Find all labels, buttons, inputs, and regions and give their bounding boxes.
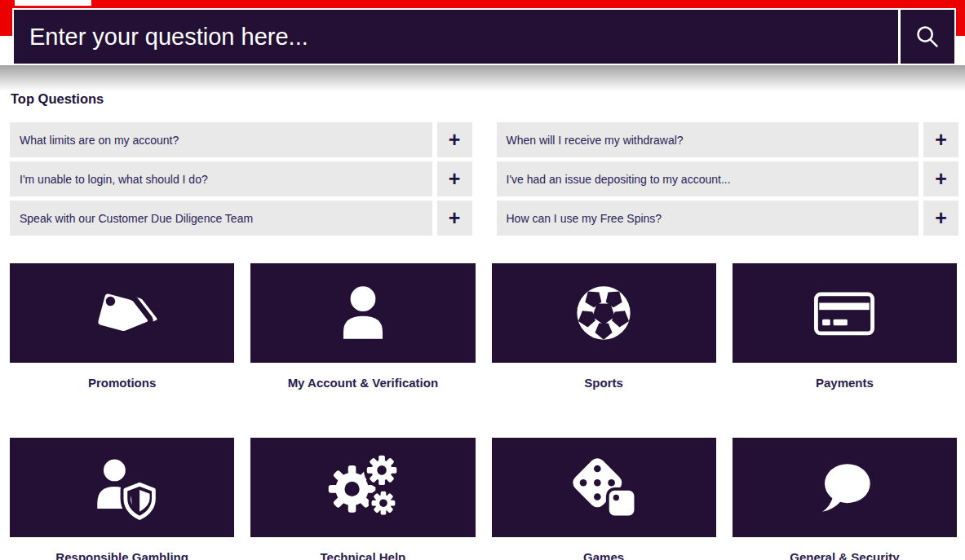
category-tile-responsible-gambling[interactable]	[10, 438, 234, 537]
category-sports: Sports	[492, 263, 716, 410]
faq-question-bar[interactable]: I've had an issue depositing to my accou…	[497, 161, 919, 196]
football-icon	[564, 274, 643, 352]
category-responsible-gambling: Responsible Gambling	[10, 438, 234, 560]
faq-item: How can I use my Free Spins? +	[497, 201, 959, 236]
category-grid-row-2: Responsible Gambling	[10, 438, 957, 560]
gears-icon	[324, 448, 402, 527]
category-label: My Account & Verification	[250, 376, 475, 390]
plus-icon: +	[449, 169, 461, 189]
category-payments: Payments	[733, 263, 957, 410]
tags-icon	[83, 274, 162, 352]
category-label: Technical Help	[250, 550, 475, 560]
search-input-area	[14, 10, 898, 64]
top-questions-list: What limits are on my account? + When wi…	[10, 122, 958, 236]
speech-bubble-icon	[805, 448, 883, 527]
dice-icon	[564, 448, 643, 527]
category-my-account: My Account & Verification	[250, 263, 475, 410]
search-input[interactable]	[14, 10, 898, 64]
expand-button[interactable]: +	[923, 201, 958, 236]
expand-button[interactable]: +	[437, 201, 472, 236]
person-shield-icon	[83, 448, 162, 527]
expand-button[interactable]: +	[923, 122, 958, 157]
faq-question-bar[interactable]: Speak with our Customer Due Diligence Te…	[10, 201, 432, 236]
faq-item: I've had an issue depositing to my accou…	[497, 161, 959, 196]
plus-icon: +	[935, 169, 947, 189]
expand-button[interactable]: +	[437, 122, 472, 157]
plus-icon: +	[449, 208, 461, 228]
category-label: Promotions	[10, 376, 234, 390]
search-icon	[913, 22, 942, 51]
faq-question-bar[interactable]: When will I receive my withdrawal?	[497, 122, 919, 157]
category-label: Games	[492, 550, 716, 560]
faq-question-bar[interactable]: What limits are on my account?	[10, 122, 432, 157]
expand-button[interactable]: +	[437, 161, 472, 196]
category-label: General & Security	[733, 550, 957, 560]
faq-question-bar[interactable]: I'm unable to login, what should I do?	[10, 161, 432, 196]
header-shadow	[0, 65, 965, 91]
logo-stub	[15, 0, 91, 6]
plus-icon: +	[935, 208, 947, 228]
page-title: Top Questions	[11, 91, 965, 107]
search-bar	[12, 8, 956, 65]
category-general-security: General & Security	[733, 438, 957, 560]
faq-item: What limits are on my account? +	[10, 122, 472, 157]
category-grid-row-1: Promotions My Account & Verification	[10, 263, 957, 410]
category-tile-general-security[interactable]	[733, 438, 957, 537]
category-games: Games	[492, 438, 716, 560]
category-tile-games[interactable]	[492, 438, 716, 537]
category-promotions: Promotions	[10, 263, 234, 410]
plus-icon: +	[935, 130, 947, 150]
category-technical-help: Technical Help	[250, 438, 475, 560]
category-tile-technical-help[interactable]	[250, 438, 475, 537]
person-icon	[324, 274, 402, 352]
plus-icon: +	[449, 130, 461, 150]
category-label: Payments	[733, 376, 957, 390]
category-label: Responsible Gambling	[10, 550, 234, 560]
header	[0, 0, 965, 91]
category-tile-payments[interactable]	[733, 263, 957, 363]
category-label: Sports	[492, 376, 716, 390]
faq-item: When will I receive my withdrawal? +	[497, 122, 959, 157]
credit-card-icon	[805, 274, 883, 352]
faq-question-bar[interactable]: How can I use my Free Spins?	[497, 201, 919, 236]
faq-item: I'm unable to login, what should I do? +	[10, 161, 472, 196]
category-tile-promotions[interactable]	[10, 263, 234, 363]
category-tile-sports[interactable]	[492, 263, 716, 363]
category-tile-my-account[interactable]	[250, 263, 475, 363]
faq-item: Speak with our Customer Due Diligence Te…	[10, 201, 472, 236]
expand-button[interactable]: +	[923, 161, 958, 196]
search-button[interactable]	[901, 10, 954, 64]
